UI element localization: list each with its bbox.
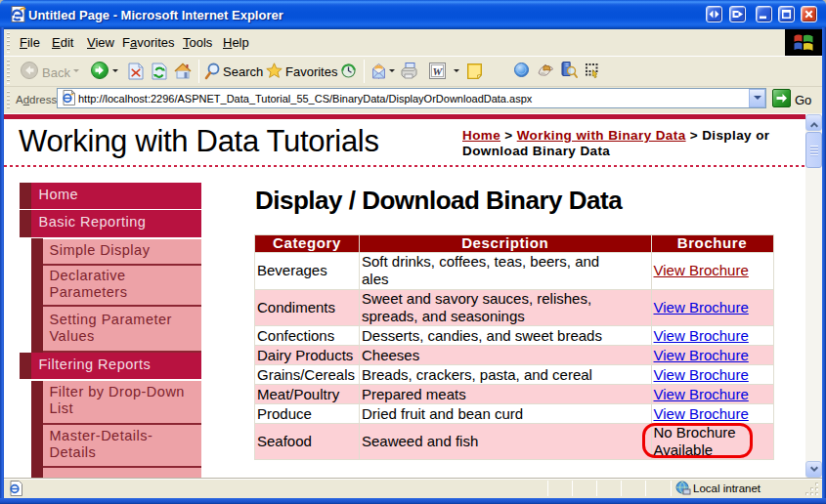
svg-text:W: W	[433, 65, 444, 77]
